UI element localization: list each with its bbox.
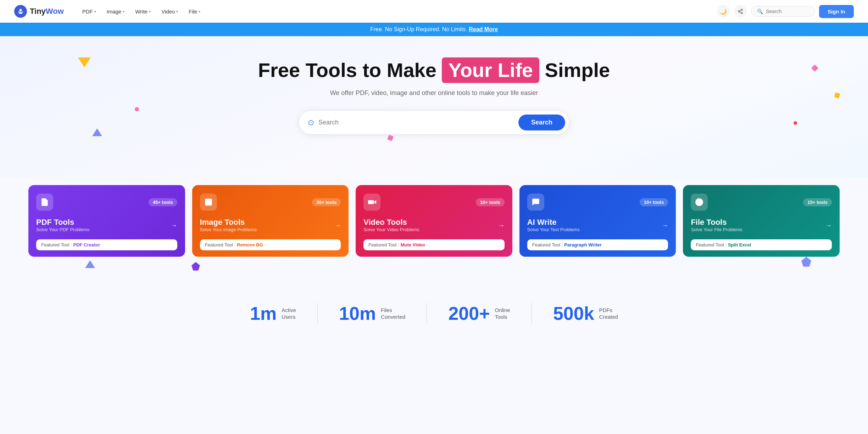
banner-read-more-link[interactable]: Read More — [469, 26, 498, 32]
dark-mode-button[interactable]: 🌙 — [717, 5, 730, 18]
file-featured-link[interactable]: Split Excel — [728, 242, 751, 247]
pdf-subtitle: Solve Your PDF Problems — [36, 227, 89, 232]
ai-write-card[interactable]: 10+ tools AI Write Solve Your Text Probl… — [519, 185, 676, 257]
card-ai-header: 10+ tools — [527, 194, 668, 211]
pdf-badge: 45+ tools — [149, 198, 177, 206]
chevron-down-icon: ▾ — [123, 10, 124, 13]
file-tools-card[interactable]: 15+ tools File Tools Solve Your File Pro… — [683, 185, 840, 257]
deco-gem-purple — [191, 262, 200, 271]
image-badge: 30+ tools — [312, 198, 341, 206]
stat-users-number: 1m — [250, 304, 277, 323]
svg-point-5 — [741, 12, 742, 14]
hero-title: Free Tools to Make Your Life Simple — [14, 57, 854, 83]
logo-text: TinyWow — [30, 7, 64, 16]
stat-active-users: 1m Active Users — [229, 304, 317, 323]
stat-tools-label: Online Tools — [495, 307, 510, 321]
card-image-header: 30+ tools — [200, 194, 341, 211]
video-featured: Featured Tool : Mute Video — [363, 239, 505, 250]
video-featured-link[interactable]: Mute Video — [401, 242, 425, 247]
ai-title: AI Write — [527, 218, 580, 227]
deco-dot-pink — [135, 107, 139, 111]
svg-point-0 — [20, 9, 22, 11]
image-featured: Featured Tool : Remove BG — [200, 239, 341, 250]
nav-video[interactable]: Video ▾ — [157, 6, 182, 17]
hero-search-bar[interactable]: ⊙ Search — [299, 111, 569, 134]
stat-files-label: Files Converted — [381, 307, 405, 321]
pdf-featured-link[interactable]: PDF Creator — [73, 242, 100, 247]
video-tools-card[interactable]: 10+ tools Video Tools Solve Your Video P… — [356, 185, 512, 257]
logo[interactable]: TinyWow — [14, 5, 64, 18]
nav-file[interactable]: File ▾ — [184, 6, 205, 17]
image-title: Image Tools — [200, 218, 257, 227]
nav-links: PDF ▾ Image ▾ Write ▾ Video ▾ File ▾ — [78, 6, 717, 17]
deco-row — [28, 257, 840, 274]
svg-point-15 — [698, 200, 701, 203]
ai-badge: 10+ tools — [640, 198, 668, 206]
arrow-icon: → — [825, 222, 832, 229]
video-badge: 10+ tools — [476, 198, 505, 206]
search-icon: 🔍 — [757, 9, 763, 14]
share-button[interactable] — [734, 5, 747, 18]
svg-point-4 — [738, 11, 740, 12]
chevron-down-icon: ▾ — [176, 10, 178, 13]
sign-in-button[interactable]: Sign In — [819, 5, 854, 18]
logo-icon — [14, 5, 27, 18]
card-pdf-header: 45+ tools — [36, 194, 177, 211]
arrow-icon: → — [171, 222, 177, 229]
svg-point-1 — [18, 11, 19, 12]
chevron-down-icon: ▾ — [149, 10, 151, 13]
svg-line-7 — [740, 10, 741, 11]
file-badge: 15+ tools — [803, 198, 832, 206]
ai-featured-link[interactable]: Paragraph Writer — [564, 242, 601, 247]
image-tools-card[interactable]: 30+ tools Image Tools Solve Your Image P… — [192, 185, 349, 257]
stat-files-number: 10m — [339, 304, 376, 323]
ai-subtitle: Solve Your Text Problems — [527, 227, 580, 232]
nav-pdf[interactable]: PDF ▾ — [78, 6, 100, 17]
stat-pdfs-created: 500k PDFs Created — [532, 304, 639, 323]
stat-tools-number: 200+ — [448, 304, 490, 323]
stat-pdfs-number: 500k — [553, 304, 594, 323]
stat-online-tools: 200+ Online Tools — [427, 304, 532, 323]
pdf-tools-card[interactable]: 45+ tools PDF Tools Solve Your PDF Probl… — [28, 185, 185, 257]
stat-users-label: Active Users — [282, 307, 296, 321]
cards-row: 45+ tools PDF Tools Solve Your PDF Probl… — [28, 185, 840, 257]
pdf-featured: Featured Tool : PDF Creator — [36, 239, 177, 250]
stats-section: 1m Active Users 10m Files Converted 200+… — [0, 289, 868, 338]
svg-marker-13 — [374, 200, 377, 204]
svg-line-6 — [740, 12, 741, 13]
nav-image[interactable]: Image ▾ — [102, 6, 129, 17]
deco-dot-red — [794, 121, 797, 125]
hero-subtitle: We offer PDF, video, image and other onl… — [14, 89, 854, 97]
svg-point-11 — [206, 200, 207, 201]
image-icon — [200, 194, 217, 211]
arrow-icon: → — [498, 222, 505, 229]
navbar-search-input[interactable] — [766, 9, 809, 14]
pdf-title: PDF Tools — [36, 218, 89, 227]
svg-rect-12 — [368, 200, 374, 204]
image-featured-link[interactable]: Remove BG — [237, 242, 263, 247]
chevron-down-icon: ▾ — [94, 10, 96, 13]
deco-gem-purple2 — [801, 257, 811, 267]
hero-section: Free Tools to Make Your Life Simple We o… — [0, 36, 868, 178]
file-title: File Tools — [691, 218, 742, 227]
svg-point-2 — [22, 11, 23, 12]
file-subtitle: Solve Your File Problems — [691, 227, 742, 232]
hero-search-button[interactable]: Search — [518, 115, 565, 130]
hero-search-input[interactable] — [318, 119, 514, 126]
video-title: Video Tools — [363, 218, 419, 227]
deco-triangle-blue — [92, 128, 102, 136]
navbar: TinyWow PDF ▾ Image ▾ Write ▾ Video ▾ Fi… — [0, 0, 868, 23]
image-subtitle: Solve Your Image Problems — [200, 227, 257, 232]
cards-section: 45+ tools PDF Tools Solve Your PDF Probl… — [0, 178, 868, 289]
nav-write[interactable]: Write ▾ — [131, 6, 155, 17]
card-video-header: 10+ tools — [363, 194, 505, 211]
deco-sq-pink — [388, 135, 393, 140]
arrow-icon: → — [662, 222, 668, 229]
navbar-search[interactable]: 🔍 — [751, 6, 815, 17]
video-subtitle: Solve Your Video Problems — [363, 227, 419, 232]
stat-pdfs-label: PDFs Created — [599, 307, 618, 321]
stat-files-converted: 10m Files Converted — [318, 304, 427, 323]
ai-icon — [527, 194, 544, 211]
ai-featured: Featured Tool : Paragraph Writer — [527, 239, 668, 250]
chevron-down-icon: ▾ — [199, 10, 200, 13]
